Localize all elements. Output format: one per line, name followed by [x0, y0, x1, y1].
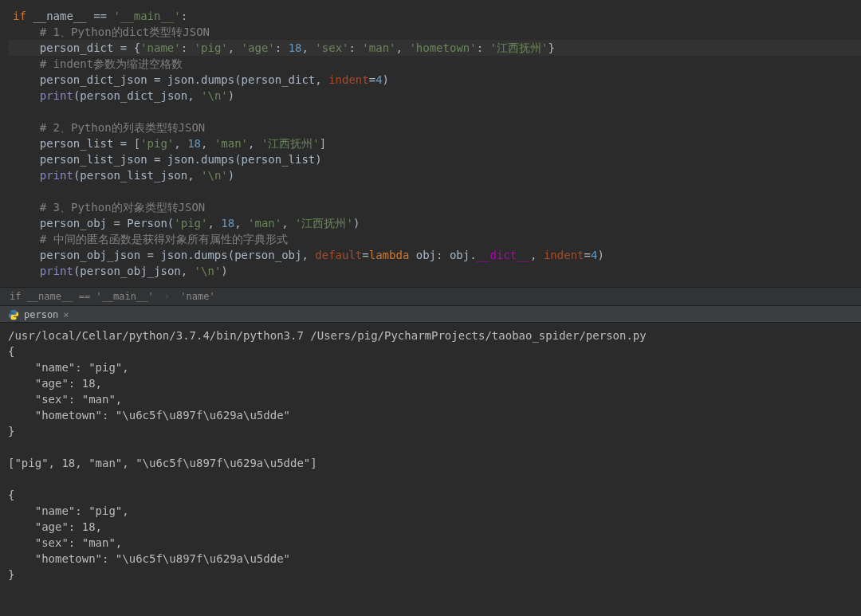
code-line[interactable]: person_dict = {'name': 'pig', 'age': 18,… [8, 40, 861, 56]
code-line[interactable] [8, 104, 861, 120]
code-line[interactable]: # 中间的匿名函数是获得对象所有属性的字典形式 [8, 231, 861, 247]
close-icon[interactable]: × [63, 309, 69, 320]
code-editor[interactable]: if __name__ == '__main__': # 1、Python的di… [0, 0, 861, 287]
code-line[interactable]: print(person_dict_json, '\n') [8, 88, 861, 104]
code-line[interactable]: person_obj = Person('pig', 18, 'man', '江… [8, 215, 861, 231]
code-line[interactable]: person_obj_json = json.dumps(person_obj,… [8, 247, 861, 263]
python-file-icon [8, 309, 19, 320]
breadcrumb-item[interactable]: if __name__ == '__main__' [10, 291, 154, 302]
code-line[interactable]: # 3、Python的对象类型转JSON [8, 199, 861, 215]
code-line[interactable]: # indent参数为缩进空格数 [8, 56, 861, 72]
code-line[interactable]: person_dict_json = json.dumps(person_dic… [8, 72, 861, 88]
code-line[interactable]: person_list_json = json.dumps(person_lis… [8, 151, 861, 167]
code-line[interactable] [8, 183, 861, 199]
console-output[interactable]: /usr/local/Cellar/python/3.7.4/bin/pytho… [0, 323, 861, 587]
code-line[interactable]: # 2、Python的列表类型转JSON [8, 120, 861, 135]
code-line[interactable]: # 1、Python的dict类型转JSON [8, 24, 861, 40]
breadcrumb[interactable]: if __name__ == '__main__' › 'name' [0, 287, 861, 306]
code-line[interactable]: print(person_list_json, '\n') [8, 167, 861, 183]
breadcrumb-item[interactable]: 'name' [180, 291, 214, 302]
code-line[interactable]: if __name__ == '__main__': [8, 8, 861, 24]
breadcrumb-separator: › [164, 291, 170, 302]
code-line[interactable]: print(person_obj_json, '\n') [8, 263, 861, 279]
run-tool-tab[interactable]: person × [0, 306, 861, 323]
code-line[interactable]: person_list = ['pig', 18, 'man', '江西抚州'] [8, 135, 861, 151]
run-tab-label: person [24, 309, 58, 320]
